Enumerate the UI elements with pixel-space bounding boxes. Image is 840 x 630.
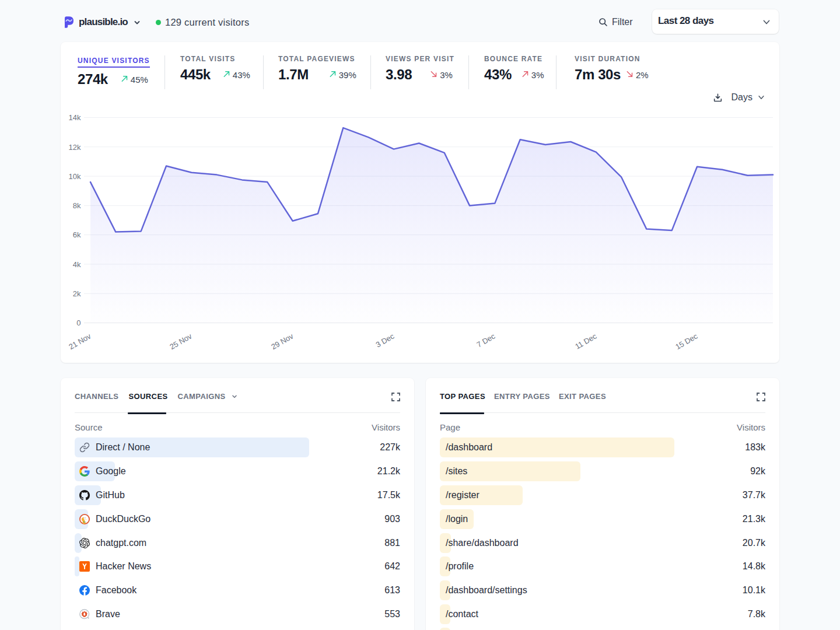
svg-text:7 Dec: 7 Dec	[475, 331, 497, 349]
svg-text:15 Dec: 15 Dec	[674, 331, 699, 351]
svg-text:0: 0	[76, 318, 80, 327]
svg-text:3 Dec: 3 Dec	[374, 331, 396, 349]
svg-text:8k: 8k	[73, 201, 81, 210]
svg-text:2k: 2k	[73, 289, 81, 298]
svg-text:10k: 10k	[69, 172, 81, 181]
svg-text:14k: 14k	[69, 113, 81, 122]
svg-text:12k: 12k	[69, 143, 81, 152]
svg-text:6k: 6k	[73, 230, 81, 239]
svg-text:11 Dec: 11 Dec	[573, 331, 598, 351]
svg-text:4k: 4k	[73, 260, 81, 269]
svg-text:21 Nov: 21 Nov	[67, 331, 93, 351]
svg-text:25 Nov: 25 Nov	[168, 331, 194, 351]
svg-text:29 Nov: 29 Nov	[270, 331, 295, 351]
